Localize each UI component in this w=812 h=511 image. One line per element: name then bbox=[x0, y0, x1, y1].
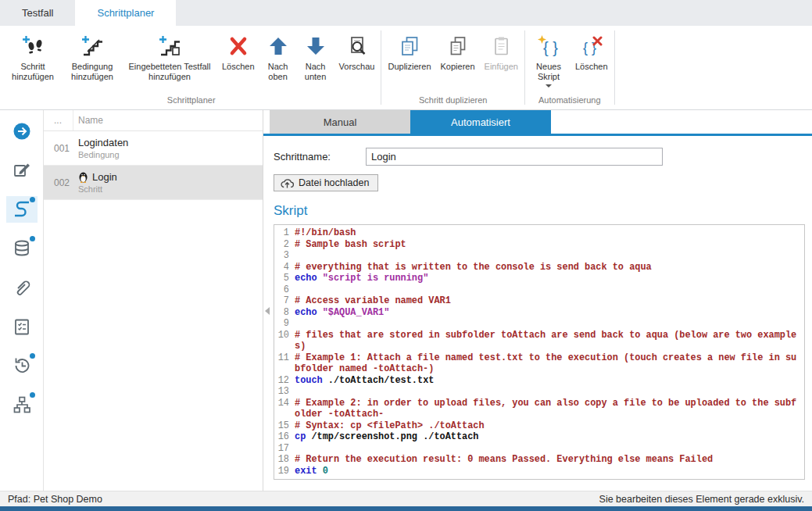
code-line: 18# Return the execution result: 0 means… bbox=[274, 454, 804, 466]
preview-magnifier-icon bbox=[345, 32, 369, 60]
sidebar-item-data[interactable] bbox=[6, 235, 38, 262]
editor-tab-strip: Manual Automatisiert bbox=[263, 110, 812, 134]
new-script-label: Neues Skript bbox=[531, 62, 566, 82]
code-line: 2# Sample bash script bbox=[274, 239, 804, 251]
ribbon-group-label-automatisierung: Automatisierung bbox=[527, 94, 613, 109]
left-sidebar bbox=[0, 110, 44, 491]
move-down-button[interactable]: Nach unten bbox=[297, 30, 334, 84]
column-header-index[interactable]: ... bbox=[44, 110, 73, 130]
svg-text:{ }: { } bbox=[583, 40, 596, 55]
code-line: 15# Syntax: cp <filePath> ./toAttach bbox=[274, 420, 804, 432]
notification-dot bbox=[30, 392, 35, 398]
column-header-name[interactable]: Name bbox=[73, 115, 103, 126]
new-script-button[interactable]: { } Neues Skript bbox=[527, 30, 571, 89]
checklist-clipboard-icon bbox=[12, 316, 32, 337]
footprints-add-icon bbox=[21, 32, 45, 60]
tab-testfall[interactable]: Testfall bbox=[0, 0, 75, 26]
code-line: 6 bbox=[274, 284, 804, 296]
cloud-upload-icon bbox=[281, 177, 294, 188]
notification-dot bbox=[30, 236, 35, 241]
status-path: Pfad: Pet Shop Demo bbox=[8, 494, 102, 505]
code-line: 17 bbox=[274, 443, 804, 455]
step-name-input[interactable] bbox=[366, 148, 663, 166]
copy-pages-icon bbox=[446, 32, 470, 60]
code-line: 1#!/bin/bash bbox=[274, 227, 804, 239]
paste-clipboard-icon bbox=[489, 32, 513, 60]
sidebar-item-history[interactable] bbox=[6, 352, 38, 379]
add-embedded-testcase-button[interactable]: Eingebetteten Testfall hinzufügen bbox=[122, 30, 217, 84]
copy-label: Kopieren bbox=[441, 62, 475, 72]
script-editor[interactable]: 1#!/bin/bash2# Sample bash script34# eve… bbox=[274, 224, 805, 480]
delete-step-label: Löschen bbox=[222, 62, 255, 72]
tab-schrittplaner[interactable]: Schrittplaner bbox=[75, 0, 176, 26]
script-heading: Skript bbox=[274, 203, 812, 219]
duplicate-button[interactable]: Duplizieren bbox=[383, 30, 435, 73]
red-x-icon bbox=[227, 32, 250, 60]
status-lock-message: Sie bearbeiten dieses Element gerade exk… bbox=[599, 494, 804, 505]
add-step-button[interactable]: Schritt hinzufügen bbox=[3, 30, 63, 84]
code-line: 8echo "$AQUA_VAR1" bbox=[274, 307, 804, 319]
ribbon-group-label-schritt-duplizieren: Schritt duplizieren bbox=[383, 94, 523, 109]
code-line: 14# Example 2: in order to upload files,… bbox=[274, 398, 804, 420]
move-up-button[interactable]: Nach oben bbox=[259, 30, 297, 84]
preview-button[interactable]: Vorschau bbox=[334, 30, 380, 73]
code-line: 5echo "script is running" bbox=[274, 273, 804, 284]
svg-text:{ }: { } bbox=[543, 39, 558, 56]
ribbon: Schritt hinzufügen Bedingung hinzufügen bbox=[0, 26, 812, 110]
code-line: 19exit 0 bbox=[274, 466, 804, 477]
code-line: 13 bbox=[274, 386, 804, 398]
database-icon bbox=[12, 238, 32, 259]
sidebar-item-steps[interactable] bbox=[6, 196, 38, 223]
notification-dot bbox=[30, 197, 35, 202]
step-list-panel: ... Name 001 Logindaten Bedingung 002 bbox=[44, 110, 263, 491]
edit-pencil-icon bbox=[12, 160, 32, 180]
code-line: 9 bbox=[274, 318, 804, 330]
ribbon-group-schritt-duplizieren: Duplizieren Kopieren bbox=[383, 26, 523, 109]
window-tab-bar: Testfall Schrittplaner bbox=[0, 0, 812, 26]
delete-script-icon: { } bbox=[580, 32, 603, 60]
ribbon-separator bbox=[381, 30, 381, 105]
embedded-testcase-add-icon bbox=[158, 32, 181, 60]
step-row-id: 002 bbox=[44, 177, 73, 188]
step-row-001[interactable]: 001 Logindaten Bedingung bbox=[44, 131, 263, 166]
ribbon-group-automatisierung: { } Neues Skript { } Löschen Automatisie… bbox=[527, 26, 613, 109]
code-line: 16cp /tmp/screenshot.png ./toAttach bbox=[274, 431, 804, 443]
delete-script-button[interactable]: { } Löschen bbox=[571, 30, 613, 73]
move-down-label: Nach unten bbox=[302, 62, 330, 82]
upload-file-button[interactable]: Datei hochladen bbox=[274, 174, 378, 191]
paste-button[interactable]: Einfügen bbox=[480, 30, 523, 73]
preview-label: Vorschau bbox=[339, 62, 375, 72]
ribbon-separator bbox=[614, 30, 615, 105]
history-clock-icon bbox=[12, 356, 32, 376]
add-condition-button[interactable]: Bedingung hinzufügen bbox=[63, 30, 122, 84]
copy-button[interactable]: Kopieren bbox=[436, 30, 480, 73]
ribbon-group-label-schrittplaner: Schrittplaner bbox=[3, 94, 379, 109]
delete-step-button[interactable]: Löschen bbox=[217, 30, 259, 73]
sidebar-item-navigate[interactable] bbox=[6, 118, 38, 145]
bottom-accent-strip bbox=[0, 506, 812, 511]
content-area: ... Name 001 Logindaten Bedingung 002 bbox=[0, 110, 812, 491]
notification-dot bbox=[30, 353, 35, 359]
sidebar-item-attachments[interactable] bbox=[6, 274, 38, 301]
steps-route-icon bbox=[12, 199, 32, 220]
collapse-panel-handle[interactable] bbox=[265, 307, 270, 315]
add-embedded-testcase-label: Eingebetteten Testfall hinzufügen bbox=[127, 62, 213, 82]
sidebar-item-edit[interactable] bbox=[6, 157, 38, 184]
add-condition-label: Bedingung hinzufügen bbox=[67, 62, 117, 82]
sidebar-item-relations[interactable] bbox=[6, 391, 38, 418]
step-row-name: Login bbox=[92, 171, 117, 183]
add-step-label: Schritt hinzufügen bbox=[8, 62, 58, 82]
tab-automatisiert[interactable]: Automatisiert bbox=[410, 110, 551, 134]
paste-label: Einfügen bbox=[485, 62, 518, 72]
sidebar-item-tasks[interactable] bbox=[6, 313, 38, 340]
tab-manual[interactable]: Manual bbox=[270, 110, 410, 134]
step-row-type: Schritt bbox=[78, 184, 263, 194]
code-line: 3 bbox=[274, 250, 804, 262]
code-line: 10# files that are stored in subfolder t… bbox=[274, 330, 804, 352]
step-row-002[interactable]: 002 Login Schritt bbox=[44, 166, 263, 200]
dropdown-caret-icon[interactable] bbox=[546, 84, 552, 88]
upload-file-label: Datei hochladen bbox=[299, 177, 369, 188]
step-row-name: Logindaten bbox=[78, 137, 263, 148]
delete-script-label: Löschen bbox=[575, 62, 608, 72]
ribbon-separator bbox=[524, 30, 525, 105]
